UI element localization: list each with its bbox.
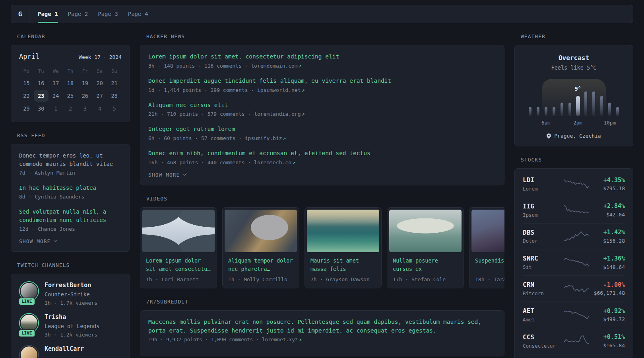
twitch-channel[interactable]: LIVE KendallCarr [19,345,122,358]
calendar-day: 18 [63,77,78,89]
stock-change: +2.84% [593,202,625,210]
stock-row: AHS +0.46% [523,354,625,358]
hn-item-title[interactable]: Donec imperdiet augue tincidunt felis al… [148,77,496,86]
calendar-day: 21 [107,77,122,89]
subreddit-post-title[interactable]: Maecenas mollis pulvinar erat non posuer… [148,318,496,335]
show-more-button[interactable]: SHOW MORE [19,238,57,244]
weather-bars [526,79,622,116]
weather-time-label: 6am [541,120,551,126]
video-card[interactable]: Suspendisse diam 18h · Tara [469,207,504,288]
show-more-label: SHOW MORE [19,238,50,244]
video-body: Suspendisse diam 18h · Tara [471,252,504,286]
page-tab[interactable]: Page 2 [68,5,88,23]
video-thumbnail [307,210,379,252]
dashboard: G Page 1Page 2Page 3Page 4 CALENDAR Apri… [0,5,644,358]
weather-bar-slot [606,79,614,116]
subreddit-widget: /R/SUBREDDIT Maecenas mollis pulvinar er… [140,299,504,357]
stock-id: SNRC Sit [523,255,560,270]
stock-row: DBS Dolor +1.42% $156.28 [523,223,625,249]
stock-change: -1.00% [593,281,625,289]
weather-bar [584,91,587,116]
stocks-card: LDI Lorem +4.35% $795.18 IIG Ips [514,168,633,358]
video-meta: 17h · Stefan Cole [393,276,458,282]
hackernews-card: Lorem ipsum dolor sit amet, consectetur … [140,45,504,185]
channel-viewers: 1h · 1.7k viewers [45,300,97,306]
calendar-top-row: April Week 17·2024 [19,53,122,60]
weather-time-label: 10pm [604,120,616,126]
navbar: G Page 1Page 2Page 3Page 4 [11,5,633,23]
calendar-weekday: Th [63,68,78,74]
page-tabs: Page 1Page 2Page 3Page 4 [38,5,158,23]
video-card[interactable]: Aliquam tempor dolor nec pharetra… 1h · … [222,207,299,288]
hn-item-meta: 16h · 468 points · 440 comments · loremt… [148,160,496,165]
middle-column: HACKER NEWS Lorem ipsum dolor sit amet, … [140,33,504,358]
stock-values: +1.42% $156.28 [593,229,625,244]
channel-info: KendallCarr [45,345,84,358]
weather-time-labels: 6am2pm10pm [526,120,622,126]
hn-item-title[interactable]: Integer eget rutrum lorem [148,125,496,134]
rss-item-title[interactable]: Donec tempor eros leo, ut commodo mauris… [19,152,122,168]
show-more-button[interactable]: SHOW MORE [148,172,186,178]
weather-widget: WEATHER Overcast Feels like 5°C 9° 6am2p… [514,33,633,146]
calendar-weekday-row: MoTuWeThFrSaSu [19,68,122,74]
video-meta: 7h · Grayson Dawson [310,276,376,282]
page-tab[interactable]: Page 4 [128,5,148,23]
twitch-card: LIVE ForrestBurton Counter-Strike 1h · 1… [11,274,130,358]
page-tab[interactable]: Page 1 [38,5,58,23]
app-logo[interactable]: G [11,5,29,23]
calendar-day: 4 [92,103,107,115]
page-tab[interactable]: Page 3 [98,5,118,23]
stock-row: AET Amet +0.92% $499.72 [523,302,625,328]
video-card[interactable]: Lorem ipsum dolor sit amet consectetu… 1… [140,207,217,288]
stock-price: $156.28 [593,238,625,244]
weather-bar-slot [550,79,558,116]
rss-item-title[interactable]: Sed volutpat nulla nisl, a condimentum n… [19,208,122,224]
stock-id: LDI Lorem [523,176,560,192]
weather-bar-slot [542,79,550,116]
weather-chart: 9° [526,79,622,116]
weather-bar-slot [582,79,590,116]
stock-id: AET Amet [523,307,560,323]
calendar-day: 3 [78,103,92,115]
stock-ticker: SNRC [523,255,560,263]
hn-item: Integer eget rutrum lorem 6h · 60 points… [148,125,496,141]
weather-bar-current [576,96,580,116]
channel-info: Trisha League of Legends 3h · 1.2k viewe… [45,313,99,338]
weather-bar [561,103,563,116]
calendar-header: CALENDAR [17,33,130,39]
show-more-label: SHOW MORE [148,172,180,178]
stock-ticker: CRN [523,281,560,289]
dot-separator: · [103,54,107,60]
hn-item: Donec imperdiet augue tincidunt felis al… [148,77,496,93]
subreddit-card: Maecenas mollis pulvinar erat non posuer… [140,310,504,357]
calendar-weekday: Fr [78,68,92,74]
stock-values: +2.84% $42.04 [593,202,625,218]
rss-item-title[interactable]: In hac habitasse platea [19,184,122,192]
twitch-channel[interactable]: LIVE Trisha League of Legends 3h · 1.2k … [19,313,122,338]
calendar-day: 19 [78,77,92,89]
stock-price: $42.04 [593,212,625,218]
video-body: Aliquam tempor dolor nec pharetra… 1h · … [225,252,297,286]
hn-item-meta-text: 1d · 1,414 points · 299 comments · ipsum… [148,87,301,93]
twitch-channel[interactable]: LIVE ForrestBurton Counter-Strike 1h · 1… [19,281,122,306]
weather-location-row: Prague, Czechia [523,133,625,139]
rss-widget: RSS FEED Donec tempor eros leo, ut commo… [11,132,130,252]
channel-info: ForrestBurton Counter-Strike 1h · 1.7k v… [45,281,97,306]
stocks-widget: STOCKS LDI Lorem +4.35% $795.18 [514,157,633,358]
video-thumbnail [471,210,504,252]
stock-name: Bitcorn [523,290,560,296]
calendar-week: Week 17 [79,54,101,60]
rss-item-meta: 7d · Ashlyn Martin [19,170,122,176]
hn-item-meta-text: 21h · 710 points · 579 comments · loreml… [148,111,301,117]
video-card[interactable]: Mauris sit amet massa felis 7h · Grayson… [305,207,382,288]
hn-item-title[interactable]: Lorem ipsum dolor sit amet, consectetur … [148,53,496,61]
weather-feels-like: Feels like 5°C [523,64,625,71]
hn-item-title[interactable]: Donec enim nibh, condimentum et accumsan… [148,149,496,158]
video-thumbnail [389,210,462,252]
calendar-day: 22 [19,90,34,102]
video-card[interactable]: Nullam posuere cursus ex 17h · Stefan Co… [387,207,464,288]
hn-item-title[interactable]: Aliquam nec cursus elit [148,101,496,110]
calendar-weekday: Su [107,68,122,74]
weather-bar [529,107,531,116]
weather-time-label: 2pm [573,120,582,126]
